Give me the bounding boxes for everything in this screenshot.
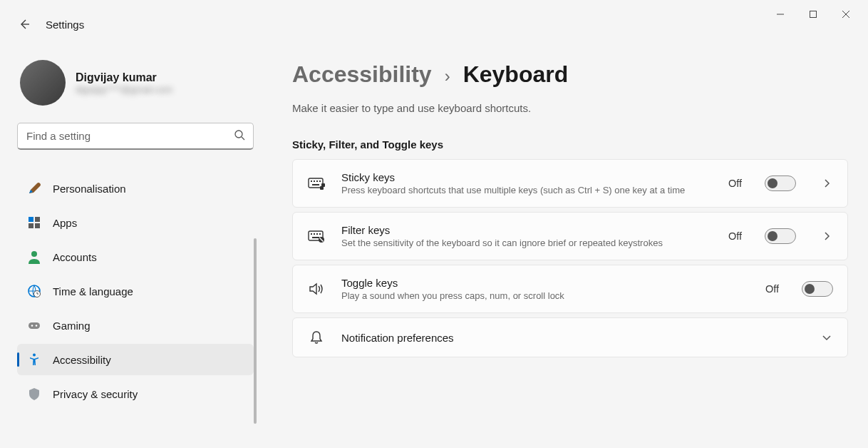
section-label: Sticky, Filter, and Toggle keys — [292, 138, 848, 151]
svg-rect-27 — [311, 233, 312, 235]
chevron-down-icon[interactable] — [820, 334, 833, 341]
sidebar-item-label: Apps — [53, 217, 77, 229]
paintbrush-icon — [27, 181, 41, 195]
svg-point-17 — [33, 354, 36, 357]
chevron-right-icon: › — [445, 66, 450, 86]
sidebar-scrollbar[interactable] — [254, 238, 257, 424]
sidebar-item-personalisation[interactable]: Personalisation — [17, 173, 254, 204]
svg-rect-29 — [316, 233, 318, 235]
setting-description: Press keyboard shortcuts that use multip… — [341, 185, 712, 195]
sidebar-item-accounts[interactable]: Accounts — [17, 241, 254, 273]
svg-rect-14 — [29, 322, 40, 329]
sidebar-item-label: Personalisation — [53, 183, 126, 195]
svg-rect-1 — [810, 11, 817, 18]
setting-title: Toggle keys — [341, 277, 750, 289]
search-input[interactable] — [17, 123, 254, 150]
setting-description: Set the sensitivity of the keyboard so i… — [341, 238, 712, 248]
svg-rect-21 — [316, 180, 318, 182]
avatar — [20, 60, 66, 106]
svg-rect-8 — [35, 217, 40, 222]
accessibility-icon — [27, 352, 41, 367]
toggle-state-label: Off — [728, 230, 742, 242]
setting-title: Notification preferences — [341, 332, 796, 344]
person-icon — [27, 250, 41, 264]
svg-rect-30 — [319, 233, 321, 235]
user-account-block[interactable]: Digvijay kumar digvijay****@gmail.com — [17, 60, 254, 106]
apps-icon — [27, 215, 41, 230]
sticky-keys-toggle[interactable] — [765, 175, 796, 191]
setting-title: Sticky keys — [341, 171, 713, 183]
chevron-right-icon[interactable] — [820, 231, 833, 241]
bell-icon — [307, 330, 326, 345]
svg-point-16 — [36, 325, 38, 327]
window-titlebar — [0, 0, 868, 29]
page-subtitle: Make it easier to type and use keyboard … — [292, 102, 848, 114]
chevron-right-icon[interactable] — [820, 178, 833, 188]
svg-rect-25 — [321, 183, 325, 187]
main-content: Accessibility › Keyboard Make it easier … — [264, 29, 868, 448]
keyboard-icon — [307, 176, 326, 190]
svg-point-15 — [31, 325, 33, 327]
page-title: Keyboard — [463, 61, 569, 88]
setting-sticky-keys[interactable]: Sticky keys Press keyboard shortcuts tha… — [292, 159, 848, 208]
svg-rect-20 — [314, 180, 315, 182]
globe-clock-icon — [27, 284, 41, 298]
filter-keys-toggle[interactable] — [765, 228, 796, 244]
window-maximize-button[interactable] — [797, 4, 830, 25]
toggle-state-label: Off — [728, 178, 742, 189]
user-name: Digvijay kumar — [76, 71, 172, 84]
sidebar-item-privacy[interactable]: Privacy & security — [17, 378, 254, 409]
svg-rect-31 — [312, 237, 319, 238]
svg-rect-9 — [29, 223, 33, 228]
sidebar-item-label: Time & language — [53, 285, 133, 297]
sidebar: Digvijay kumar digvijay****@gmail.com Pe… — [0, 29, 264, 448]
search-icon — [234, 129, 245, 143]
setting-notification-preferences[interactable]: Notification preferences — [292, 317, 848, 357]
back-button[interactable] — [17, 17, 31, 31]
setting-title: Filter keys — [341, 224, 713, 236]
svg-rect-22 — [319, 180, 321, 182]
window-close-button[interactable] — [830, 4, 862, 25]
sidebar-item-label: Accounts — [53, 251, 97, 263]
speaker-icon — [307, 282, 326, 296]
toggle-state-label: Off — [765, 283, 779, 295]
svg-point-11 — [31, 251, 37, 257]
sidebar-item-accessibility[interactable]: Accessibility — [17, 344, 254, 375]
breadcrumb-parent[interactable]: Accessibility — [292, 61, 432, 88]
svg-rect-10 — [35, 223, 40, 228]
gamepad-icon — [27, 318, 41, 332]
shield-icon — [27, 387, 41, 401]
search-container — [17, 123, 254, 150]
toggle-keys-toggle[interactable] — [802, 281, 833, 297]
svg-rect-19 — [311, 180, 312, 182]
sidebar-item-label: Accessibility — [53, 354, 111, 366]
sidebar-item-label: Gaming — [53, 320, 91, 332]
window-minimize-button[interactable] — [764, 4, 797, 25]
svg-rect-28 — [314, 233, 315, 235]
svg-rect-7 — [29, 217, 33, 222]
setting-toggle-keys[interactable]: Toggle keys Play a sound when you press … — [292, 265, 848, 313]
breadcrumb: Accessibility › Keyboard — [292, 61, 848, 88]
sidebar-item-apps[interactable]: Apps — [17, 207, 254, 238]
app-header: Settings — [17, 17, 84, 31]
sidebar-nav: Personalisation Apps Accounts Time & lan… — [17, 166, 254, 412]
app-title: Settings — [46, 19, 84, 31]
user-email: digvijay****@gmail.com — [76, 84, 172, 95]
svg-rect-23 — [312, 184, 319, 185]
sidebar-item-label: Privacy & security — [53, 388, 138, 400]
sidebar-item-time-language[interactable]: Time & language — [17, 275, 254, 307]
svg-line-6 — [242, 137, 244, 140]
svg-point-5 — [235, 131, 242, 138]
sidebar-item-gaming[interactable]: Gaming — [17, 310, 254, 341]
setting-filter-keys[interactable]: Filter keys Set the sensitivity of the k… — [292, 212, 848, 260]
keyboard-filter-icon — [307, 229, 326, 243]
setting-description: Play a sound when you press caps, num, o… — [341, 290, 712, 301]
